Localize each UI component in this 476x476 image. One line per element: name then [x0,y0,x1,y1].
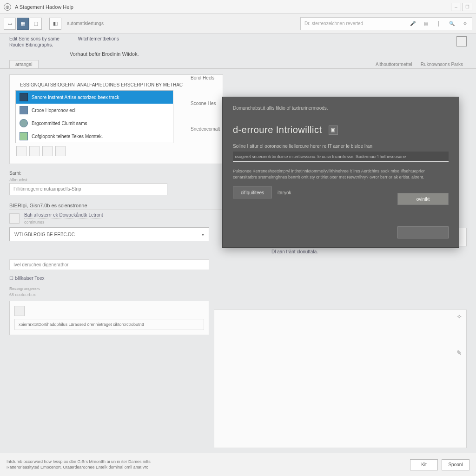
modal-footer-button[interactable] [397,226,449,238]
option-icon [20,119,28,127]
panel-action-icon-1[interactable]: ✧ [455,313,463,321]
format-dropdown[interactable]: WTI GBLROIG BE EEBC.DC [9,227,209,241]
modal-link[interactable]: itaryok [278,190,291,195]
app-logo-icon: ◍ [4,3,11,11]
settings-icon[interactable]: ⚙ [462,20,468,27]
tool-btn-1[interactable]: ▭ [4,18,16,30]
list-action-3[interactable] [42,146,53,156]
tab-link-2[interactable]: Ruknownsons Parks [417,60,467,68]
list-action-4[interactable] [55,146,66,156]
breadcrumb-row: Edit Serie sons by same Routen Bibnograp… [0,33,476,51]
modal-title-icon: ▣ [329,126,338,135]
search-input[interactable]: Dr. sterrenzeichnen reverted 🎤 ▤ │ 🔍 ⚙ [300,17,472,30]
field1-input[interactable]: Fillitinnogenremutaanpselfs-Strip [9,183,167,195]
list-item[interactable]: Cofgloponk telhete Tekes Momtek. [16,130,173,143]
dropdown-value: WTI GBLROIG BE EEBC.DC [14,232,75,237]
tab-main[interactable]: arrangal [9,60,39,68]
mid-column-labels: Borol Hecls Scoone Hes Snedcocomalt [191,74,220,132]
modal-text-input[interactable] [233,152,449,162]
right-detail-link[interactable]: Dl aan tränt clonuttala. [271,249,318,255]
list-item-label: Sanore Instrent Artise actorized beex tr… [32,95,119,100]
tab-link-1[interactable]: Althouttorormettel [372,60,416,68]
option-icon [20,132,28,140]
footer-button-1[interactable]: Kit [410,459,438,470]
modal-primary-button[interactable]: ovinikt [397,193,449,205]
footer-line2: Ratterorleasityted Emocenort. Otaterdear… [7,465,151,470]
list-actions [15,143,217,159]
footer: Intclumb occorward how lessp ox dbe GiBr… [0,453,476,476]
filter-icon[interactable]: ▤ [423,20,429,27]
midlabel-b: Scoone Hes [191,100,220,107]
list-item-label: Croce Hoperonov eci [32,108,75,113]
midlabel-a: Borol Hecls [191,74,220,81]
headlink-left1[interactable]: Edit Serie sons by same [9,36,60,41]
modal-title-row: d-erroure Intriowillict ▣ [233,125,449,135]
modal-title: d-erroure Intriowillict [233,125,322,135]
row-field-sub: continunes [24,220,103,225]
list-action-1[interactable] [16,146,26,156]
window-minimize-button[interactable]: – [451,3,461,11]
options-panel-title: ESSIGNQUATSBIOGERNTANALFAPIELOINES ERSCE… [15,79,217,90]
search-icon[interactable]: 🔍 [449,20,455,27]
modal-dialog: Domunchabst.it allis fildio of taxtrurin… [222,97,459,248]
lower-checkbox-row[interactable]: ☐ Ыilkaiser Toex [9,276,467,281]
toolbar: ▭ ▦ ▢ ◧ automatisiertungs Dr. sterrenzei… [0,14,476,33]
lower-field-a[interactable]: Ivel deruchex digenerathor [9,259,209,270]
row-field-text[interactable]: Bah allosterrr ek Dowackåndtk Letront [24,212,103,218]
tool-btn-4[interactable]: ◧ [49,18,61,30]
headlink-mid[interactable]: Witchtementbetions [78,36,119,41]
lower-checkbox-label: Ыilkaiser Toex [15,276,45,281]
desc-icon [14,306,25,316]
modal-subtitle: Domunchabst.it allis fildio of taxtrurin… [233,106,449,111]
modal-paragraph1: Sollne I situr ol ooronocine liellercure… [233,144,449,149]
mic-icon[interactable]: 🎤 [410,20,416,27]
lower-caption: Binangrongenes [9,286,467,291]
section-subtitle: Vorhaut befür Brodinin Wiidok. [0,51,476,59]
window-close-button[interactable]: ☐ [462,3,472,11]
titlebar: ◍ A Stagement Hadow Help – ☐ [0,0,476,14]
option-icon [20,106,28,114]
options-listbox: Sanore Instrent Artise actorized beex tr… [15,90,173,143]
footer-button-2[interactable]: Spoonl [442,459,469,470]
panel-action-icon-2[interactable]: ✎ [455,349,463,357]
search-placeholder: Dr. sterrenzeichnen reverted [304,21,363,26]
midlabel-c: Snedcocomalt [191,126,220,132]
list-action-2[interactable] [29,146,40,156]
tabs-row: arrangal Althouttorormettel Ruknownsons … [0,59,476,69]
description-text[interactable]: xoiernrxttrtDortihaddphilus Läraosed öre… [14,319,204,330]
preview-panel: ✧ ✎ [214,310,467,448]
modal-configure-button[interactable]: cifIquititees [233,186,272,198]
section2-label: BIERIgi, Gisn7.0b es scienstronne [9,203,223,210]
list-item[interactable]: Croce Hoperonov eci [16,104,173,117]
divider-icon: │ [436,20,442,27]
tool-btn-3[interactable]: ▢ [30,18,42,30]
list-item[interactable]: Sanore Instrent Artise actorized beex tr… [16,91,173,104]
tool-btn-2[interactable]: ▦ [17,18,29,30]
lower-caption2: 68 cootoorbox [9,292,467,297]
list-item[interactable]: Brgcommitted Clumit sams [16,117,173,130]
headlink-left2[interactable]: Routen Bibnographs. [9,42,60,47]
list-item-label: Brgcommitted Clumit sams [32,121,87,126]
page-action-icon[interactable] [456,36,467,46]
row-field-icon [9,213,20,224]
window-title: A Stagement Hadow Help [15,4,73,10]
option-icon [20,93,28,101]
list-item-label: Cofgloponk telhete Tekes Momtek. [32,134,103,139]
footer-line1: Intclumb occorward how lessp ox dbe GiBr… [7,459,151,465]
description-panel: xoiernrxttrtDortihaddphilus Läraosed öre… [9,301,209,335]
toolbar-mode-label: automatisiertungs [67,21,104,26]
modal-paragraph2: Puksonee Kerreneshoettimpryl intlretinni… [233,168,449,180]
